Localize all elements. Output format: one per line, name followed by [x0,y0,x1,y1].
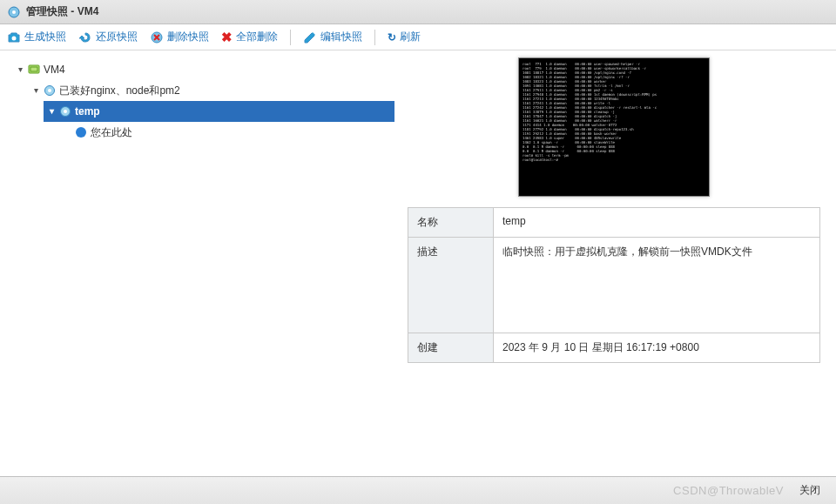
created-label: 创建 [408,333,494,363]
revert-snapshot-button[interactable]: 还原快照 [78,30,138,44]
edit-icon [303,30,317,44]
tree-caret-icon[interactable]: ▾ [47,102,56,121]
snapshot-preview: root 771 1.0 daemon 00:00:00 user-spawne… [518,57,710,197]
revert-snapshot-label: 还原快照 [96,30,138,44]
refresh-icon: ↻ [388,31,396,44]
take-snapshot-button[interactable]: 生成快照 [7,30,66,44]
toolbar-separator [374,30,375,45]
svg-rect-7 [30,67,37,71]
titlebar: 管理快照 - VM4 [0,0,836,24]
edit-snapshot-button[interactable]: 编辑快照 [303,30,362,44]
content-area: ▾ VM4 ▾ 已装好nginx、node和pm2 [0,50,836,476]
toolbar-separator [290,30,291,45]
snapshot-tree: ▾ VM4 ▾ 已装好nginx、node和pm2 [0,50,401,476]
tree-node-label: 已装好nginx、node和pm2 [59,81,180,100]
edit-snapshot-label: 编辑快照 [320,30,362,44]
svg-point-13 [79,131,84,135]
you-are-here-icon [75,126,87,138]
delete-all-label: 全部删除 [236,30,278,44]
svg-point-9 [48,89,51,92]
name-label: 名称 [408,208,494,238]
close-button[interactable]: 关闭 [799,483,820,498]
delete-snapshot-label: 删除快照 [167,30,209,44]
name-value: temp [494,208,820,238]
camera-icon [7,30,21,44]
take-snapshot-label: 生成快照 [24,30,66,44]
tree-caret-icon[interactable]: ▾ [16,60,24,79]
svg-point-2 [12,36,17,40]
delete-snapshot-button[interactable]: 删除快照 [150,30,209,44]
snapshot-icon [44,84,56,97]
watermark: CSDN@ThrowableV [673,484,784,497]
table-row: 创建 2023 年 9 月 10 日 星期日 16:17:19 +0800 [408,333,820,363]
tree-caret-icon[interactable]: ▾ [31,81,40,100]
vm-icon [28,64,40,76]
footer: CSDN@ThrowableV 关闭 [0,476,836,504]
refresh-button[interactable]: ↻ 刷新 [388,30,421,44]
tree-node-label: 您在此处 [91,123,132,142]
tree-node-label: VM4 [44,60,65,79]
snapshot-icon [59,105,71,118]
created-value: 2023 年 9 月 10 日 星期日 16:17:19 +0800 [494,333,820,363]
delete-all-icon: ✖ [221,30,233,45]
refresh-label: 刷新 [400,30,421,44]
tree-node-you-are-here[interactable]: ▾ 您在此处 [59,122,394,143]
table-row: 名称 temp [408,208,820,238]
tree-node-vm[interactable]: ▾ VM4 [12,59,394,80]
svg-point-11 [64,110,67,113]
detail-pane: root 771 1.0 daemon 00:00:00 user-spawne… [401,50,836,476]
delete-all-button[interactable]: ✖ 全部删除 [221,30,278,45]
description-label: 描述 [408,238,494,333]
snapshot-info-table: 名称 temp 描述 临时快照：用于虚拟机克隆，解锁前一快照VMDK文件 创建 … [408,207,820,363]
snapshot-manager-icon [7,5,21,19]
terminal-output: root 771 1.0 daemon 00:00:00 user-spawne… [519,58,709,165]
revert-icon [78,30,92,44]
description-value: 临时快照：用于虚拟机克隆，解锁前一快照VMDK文件 [494,238,820,333]
tree-node-snapshot1[interactable]: ▾ 已装好nginx、node和pm2 [28,80,394,101]
delete-icon [150,30,164,44]
toolbar: 生成快照 还原快照 删除快照 ✖ 全部删除 编辑快照 ↻ 刷新 [0,24,836,50]
tree-node-temp[interactable]: ▾ temp [44,101,394,122]
tree-node-label: temp [75,102,100,121]
window-title: 管理快照 - VM4 [26,4,98,19]
table-row: 描述 临时快照：用于虚拟机克隆，解锁前一快照VMDK文件 [408,238,820,333]
svg-point-1 [12,10,16,14]
